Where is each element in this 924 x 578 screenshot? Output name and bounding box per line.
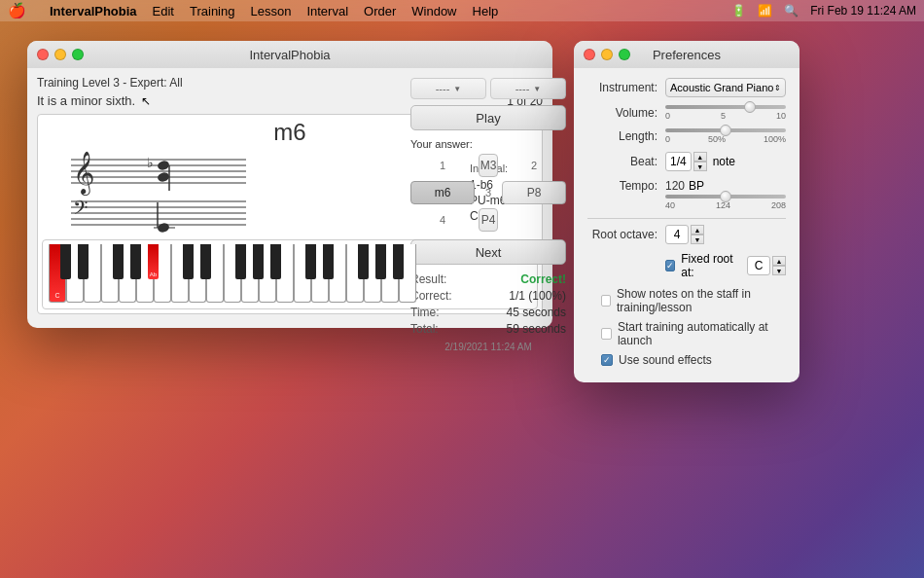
key-fs3[interactable] — [358, 244, 369, 279]
show-notes-checkbox[interactable] — [601, 295, 611, 307]
window-titlebar: IntervalPhobia — [27, 41, 552, 68]
beat-stepper-val: 1/4 — [665, 152, 692, 171]
prefs-titlebar: Preferences — [574, 41, 800, 68]
volume-thumb[interactable] — [744, 101, 756, 113]
key-ds2[interactable] — [200, 244, 211, 279]
dropdown-1[interactable]: ---- ▼ — [410, 78, 486, 99]
result-section: Result: Correct! Correct: 1/1 (100%) Tim… — [410, 272, 566, 336]
use-sound-row: ✓ Use sound effects — [587, 353, 786, 367]
instrument-value: Acoustic Grand Piano ⇕ — [665, 78, 786, 97]
fixed-root-decrement[interactable]: ▼ — [772, 266, 786, 275]
auto-start-checkbox[interactable] — [601, 328, 612, 340]
length-min: 0 — [665, 134, 670, 144]
volume-min: 0 — [665, 111, 670, 121]
length-label: Length: — [587, 129, 665, 143]
menu-edit[interactable]: Edit — [153, 4, 174, 18]
tempo-row: Tempo: 120 BP — [587, 179, 786, 193]
time-label: Time: — [410, 306, 440, 319]
beat-decrement[interactable]: ▼ — [693, 162, 707, 171]
status-text: It is a minor sixth. — [37, 93, 135, 108]
use-sound-checkbox[interactable]: ✓ — [601, 354, 613, 366]
time-row: Time: 45 seconds — [410, 306, 566, 319]
fixed-root-checkbox[interactable]: ✓ — [665, 260, 675, 271]
result-row: Result: Correct! — [410, 272, 566, 286]
key-gs1[interactable] — [130, 244, 141, 279]
root-octave-stepper: 4 ▲ ▼ — [665, 225, 704, 244]
svg-point-9 — [157, 171, 170, 183]
time-value: 45 seconds — [507, 306, 566, 319]
key-as2[interactable] — [270, 244, 281, 279]
menu-lesson[interactable]: Lesson — [250, 4, 291, 18]
prefs-close-button[interactable] — [584, 49, 595, 60]
length-slider-area: 0 50% 100% — [665, 128, 786, 144]
fixed-root-increment[interactable]: ▲ — [772, 256, 786, 266]
svg-text:♭: ♭ — [147, 156, 154, 170]
apple-icon[interactable]: 🍎 — [8, 2, 26, 19]
key-gs2[interactable] — [253, 244, 264, 279]
key-ab1[interactable]: Ab — [148, 244, 159, 279]
window-controls — [37, 49, 84, 60]
tempo-min: 40 — [665, 200, 675, 210]
dropdown-1-arrow: ▼ — [453, 85, 461, 93]
menu-items: Edit Training Lesson Interval Order Wind… — [153, 4, 499, 18]
tempo-thumb[interactable] — [720, 191, 731, 202]
tempo-label: Tempo: — [587, 179, 665, 193]
next-button[interactable]: Next — [410, 239, 566, 265]
beat-value: 1/4 ▲ ▼ note — [665, 152, 786, 171]
minimize-button[interactable] — [54, 49, 66, 60]
length-thumb[interactable] — [720, 125, 731, 136]
app-name[interactable]: IntervalPhobia — [50, 4, 137, 18]
answer-m6[interactable]: m6 — [410, 181, 475, 204]
key-as3[interactable] — [393, 244, 404, 279]
tempo-max: 208 — [771, 200, 786, 210]
search-icon[interactable]: 🔍 — [784, 4, 799, 18]
battery-icon: 🔋 — [731, 4, 746, 18]
length-slider[interactable] — [665, 128, 786, 132]
prefs-window-controls — [584, 49, 630, 60]
key-fs2[interactable] — [235, 244, 246, 279]
answer-p8[interactable]: P8 — [502, 181, 566, 204]
show-notes-row: Show notes on the staff in training/less… — [587, 287, 786, 314]
result-value: Correct! — [520, 272, 566, 286]
menu-interval[interactable]: Interval — [306, 4, 348, 18]
menu-window[interactable]: Window — [411, 4, 456, 18]
tempo-slider[interactable] — [665, 195, 786, 199]
play-button[interactable]: Play — [410, 105, 566, 130]
key-cs2[interactable] — [183, 244, 194, 279]
auto-start-row: Start training automatically at launch — [587, 320, 786, 347]
close-button[interactable] — [37, 49, 49, 60]
key-ab-label: Ab — [148, 271, 159, 277]
key-fs1[interactable] — [113, 244, 124, 279]
menu-order[interactable]: Order — [364, 4, 396, 18]
root-octave-increment[interactable]: ▲ — [691, 225, 704, 235]
dropdown-2[interactable]: ---- ▼ — [490, 78, 566, 99]
menu-training[interactable]: Training — [190, 4, 234, 18]
total-value: 59 seconds — [507, 322, 566, 336]
key-gs3[interactable] — [375, 244, 386, 279]
prefs-max-button[interactable] — [619, 49, 630, 60]
root-octave-decrement[interactable]: ▼ — [691, 235, 704, 244]
key-cs1[interactable] — [60, 244, 71, 279]
cursor-icon: ↖ — [141, 94, 151, 108]
fixed-root-row: ✓ Fixed root at: C ▲ ▼ — [587, 252, 786, 279]
answer-m3[interactable]: M3 — [479, 154, 498, 177]
beat-increment[interactable]: ▲ — [693, 152, 707, 162]
answer-num-4: 4 — [410, 214, 475, 226]
correct-value: 1/1 (100%) — [509, 289, 566, 303]
key-ds1[interactable] — [78, 244, 89, 279]
beat-stepper: 1/4 ▲ ▼ — [665, 152, 707, 171]
show-notes-label: Show notes on the staff in training/less… — [617, 287, 786, 314]
menu-help[interactable]: Help — [473, 4, 499, 18]
dropdown-row: ---- ▼ ---- ▼ — [410, 78, 566, 99]
answer-p4[interactable]: P4 — [479, 208, 498, 232]
answer-num-3: 3 — [479, 187, 498, 199]
key-ds3[interactable] — [323, 244, 334, 279]
instrument-select[interactable]: Acoustic Grand Piano ⇕ — [665, 78, 786, 97]
prefs-min-button[interactable] — [601, 49, 613, 60]
answer-num-2: 2 — [502, 160, 566, 171]
key-cs3[interactable] — [305, 244, 316, 279]
pref-divider — [587, 218, 786, 219]
maximize-button[interactable] — [72, 49, 84, 60]
tempo-slider-row: 40 124 208 — [665, 195, 786, 210]
volume-slider[interactable] — [665, 105, 786, 109]
